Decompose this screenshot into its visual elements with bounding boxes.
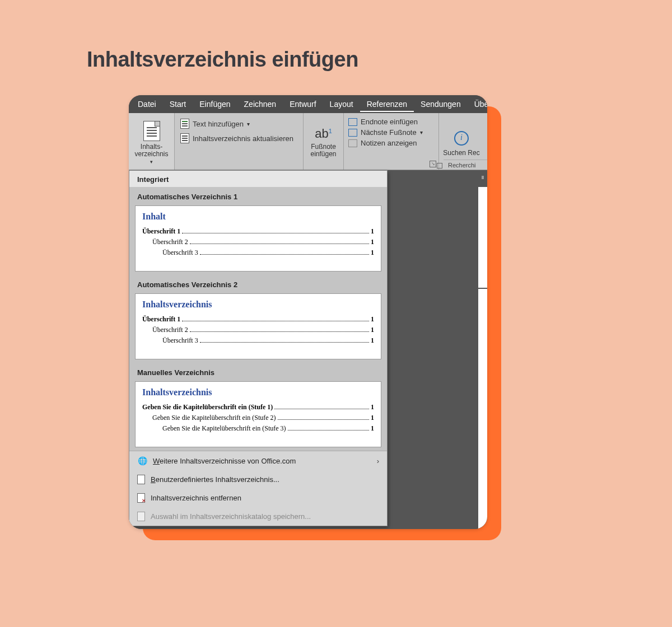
word-window: Datei Start Einfügen Zeichnen Entwurf La… <box>129 95 487 529</box>
gallery-bottom-menu: 🌐 Weitere Inhaltsverzeichnisse von Offic… <box>129 451 387 526</box>
add-text-button[interactable]: Text hinzufügen ▾ <box>179 116 298 131</box>
document-remove-icon <box>137 493 145 503</box>
page-edge <box>478 187 487 529</box>
footnote-label: Fußnote einfügen <box>310 143 336 158</box>
next-footnote-icon <box>348 129 357 137</box>
footnote-icon: ab1 <box>315 127 332 141</box>
toc-gallery-dropdown: Integriert Automatisches Verzeichnis 1 I… <box>129 170 388 526</box>
ribbon-group-label-research: Recherchi <box>444 160 487 170</box>
insert-footnote-button[interactable]: ab1 Fußnote einfügen <box>304 113 344 170</box>
tab-sendungen[interactable]: Sendungen <box>414 96 468 112</box>
toc-preview-title: Inhaltsverzeichnis <box>142 387 374 397</box>
update-toc-icon <box>180 133 189 143</box>
tab-zeichnen[interactable]: Zeichnen <box>237 96 283 112</box>
gallery-item-title-3: Manuelles Verzeichnis <box>129 363 387 381</box>
tab-ueberpruefen[interactable]: Übe <box>468 96 487 112</box>
tab-datei[interactable]: Datei <box>131 96 163 112</box>
next-footnote-button[interactable]: Nächste Fußnote ▾ <box>348 127 434 138</box>
show-notes-icon <box>348 139 357 147</box>
ribbon-group-toc-tools: Text hinzufügen ▾ Inhaltsverzeichnis akt… <box>175 113 304 170</box>
globe-icon: 🌐 <box>137 456 147 466</box>
toc-preview-title: Inhaltsverzeichnis <box>142 300 374 310</box>
menu-save-selection: Auswahl im Inhaltsverzeichniskatalog spe… <box>129 507 387 526</box>
tab-layout[interactable]: Layout <box>323 96 360 112</box>
tab-einfuegen[interactable]: Einfügen <box>193 96 237 112</box>
menu-remove-toc[interactable]: Inhaltsverzeichnis entfernen <box>129 489 387 507</box>
add-text-icon <box>180 119 189 129</box>
gallery-category-header: Integriert <box>129 171 387 187</box>
search-label: Suchen Rec <box>443 149 479 157</box>
page-title: Inhaltsverzeichnis einfügen <box>87 48 358 72</box>
search-icon[interactable] <box>454 131 469 146</box>
dialog-launcher-icon[interactable] <box>437 163 442 169</box>
gallery-item-title-1: Automatisches Verzeichnis 1 <box>129 187 387 205</box>
chevron-right-icon: › <box>377 457 379 465</box>
tab-entwurf[interactable]: Entwurf <box>283 96 323 112</box>
tab-start[interactable]: Start <box>163 96 193 112</box>
chevron-down-icon: ▾ <box>420 129 423 135</box>
gallery-item-preview-3[interactable]: Inhaltsverzeichnis Geben Sie die Kapitel… <box>135 381 381 447</box>
ribbon: Inhalts- verzeichnis ▾ Text hinzufügen ▾… <box>129 113 487 170</box>
menu-more-from-office[interactable]: 🌐 Weitere Inhaltsverzeichnisse von Offic… <box>129 451 387 470</box>
gallery-item-title-2: Automatisches Verzeichnis 2 <box>129 275 387 293</box>
page-gap <box>478 288 487 289</box>
dialog-launcher-icon[interactable]: ↘ <box>430 161 436 167</box>
toc-icon <box>143 121 160 141</box>
show-notes-button[interactable]: Notizen anzeigen <box>348 138 434 148</box>
gallery-item-preview-1[interactable]: Inhalt Überschrift 11 Überschrift 21 Übe… <box>135 205 381 272</box>
update-toc-button[interactable]: Inhaltsverzeichnis aktualisieren <box>179 131 298 146</box>
document-save-icon <box>137 512 145 521</box>
toc-dropdown-button[interactable]: Inhalts- verzeichnis ▾ <box>129 113 175 170</box>
document-icon <box>137 475 145 484</box>
insert-endnote-button[interactable]: Endnote einfügen <box>348 116 434 127</box>
menu-custom-toc[interactable]: Benutzerdefiniertes Inhaltsverzeichnis..… <box>129 470 387 489</box>
ruler-marker <box>482 176 484 179</box>
gallery-item-preview-2[interactable]: Inhaltsverzeichnis Überschrift 11 Übersc… <box>135 293 381 359</box>
ribbon-group-footnotes: Endnote einfügen Nächste Fußnote ▾ Notiz… <box>344 113 439 170</box>
endnote-icon <box>348 118 357 126</box>
menubar: Datei Start Einfügen Zeichnen Entwurf La… <box>129 95 487 113</box>
toc-preview-title: Inhalt <box>142 212 374 222</box>
chevron-down-icon: ▾ <box>247 121 250 127</box>
tab-referenzen[interactable]: Referenzen <box>360 96 414 112</box>
toc-label: Inhalts- verzeichnis ▾ <box>133 143 170 166</box>
